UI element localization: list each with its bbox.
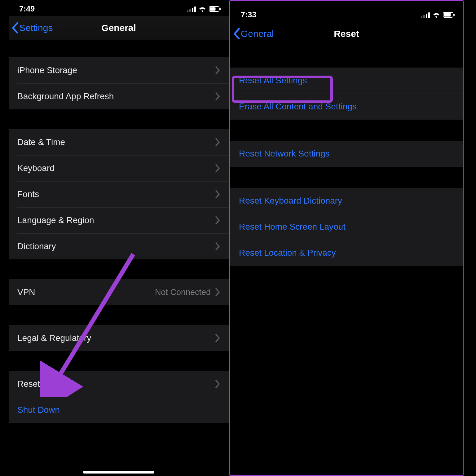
battery-icon [443,12,455,18]
battery-icon [209,6,221,12]
row-label: Background App Refresh [17,91,114,101]
settings-group: iPhone StorageBackground App Refresh [9,57,229,109]
row-label: Dictionary [17,241,56,251]
row-reset-home-screen-layout[interactable]: Reset Home Screen Layout [230,214,463,240]
svg-rect-4 [453,14,455,16]
settings-group: Reset Network Settings [230,141,463,167]
cellular-icon [421,12,430,18]
row-label: iPhone Storage [17,65,77,75]
chevron-right-icon [215,138,220,146]
row-dictionary[interactable]: Dictionary [9,233,229,259]
status-bar: 7:49 [9,0,229,16]
row-reset[interactable]: Reset [9,371,229,397]
cellular-icon [187,6,196,12]
row-label: Reset Keyboard Dictionary [239,196,342,206]
chevron-right-icon [215,334,220,342]
back-button[interactable]: Settings [12,22,53,33]
row-date-time[interactable]: Date & Time [9,129,229,155]
settings-group: Reset Keyboard DictionaryReset Home Scre… [230,188,463,266]
row-reset-all-settings[interactable]: Reset All Settings [230,68,463,94]
row-label: Reset [17,379,40,389]
settings-group: Reset All SettingsErase All Content and … [230,68,463,120]
status-time: 7:49 [19,4,35,13]
row-keyboard[interactable]: Keyboard [9,155,229,181]
settings-group: VPNNot Connected [9,279,229,305]
nav-bar: Settings General [9,16,229,40]
chevron-right-icon [215,288,220,296]
row-shut-down[interactable]: Shut Down [9,397,229,423]
row-iphone-storage[interactable]: iPhone Storage [9,57,229,83]
row-reset-network-settings[interactable]: Reset Network Settings [230,141,463,167]
chevron-left-icon [12,22,19,33]
chevron-left-icon [233,28,240,39]
row-label: VPN [17,287,35,297]
row-label: Reset Home Screen Layout [239,222,346,232]
row-erase-all-content-and-settings[interactable]: Erase All Content and Settings [230,94,463,120]
right-screenshot: 7:33 General [229,0,464,476]
row-value: Not Connected [155,288,211,297]
row-label: Shut Down [17,405,60,415]
row-reset-keyboard-dictionary[interactable]: Reset Keyboard Dictionary [230,188,463,214]
settings-group: Date & TimeKeyboardFontsLanguage & Regio… [9,129,229,259]
svg-rect-1 [219,8,221,10]
row-label: Reset Network Settings [239,149,330,159]
row-language-region[interactable]: Language & Region [9,207,229,233]
status-bar: 7:33 [230,1,463,22]
chevron-right-icon [215,92,220,100]
left-screenshot: 7:49 Settings General iPhone S [9,0,229,476]
status-icons [187,6,221,12]
row-label: Legal & Regulatory [17,333,91,343]
chevron-right-icon [215,190,220,198]
back-label: Settings [19,23,53,33]
chevron-right-icon [215,164,220,172]
row-legal-regulatory[interactable]: Legal & Regulatory [9,325,229,351]
row-label: Reset All Settings [239,76,307,86]
row-fonts[interactable]: Fonts [9,181,229,207]
row-reset-location-privacy[interactable]: Reset Location & Privacy [230,240,463,266]
svg-rect-2 [210,7,216,11]
row-label: Keyboard [17,163,55,173]
row-background-app-refresh[interactable]: Background App Refresh [9,83,229,109]
row-vpn[interactable]: VPNNot Connected [9,279,229,305]
back-label: General [241,29,274,39]
back-button[interactable]: General [233,28,274,39]
chevron-right-icon [215,242,220,250]
row-label: Date & Time [17,137,65,147]
row-label: Fonts [17,189,39,199]
svg-rect-5 [444,13,451,16]
row-label: Language & Region [17,215,94,225]
settings-group: ResetShut Down [9,371,229,423]
chevron-right-icon [215,66,220,74]
row-label: Erase All Content and Settings [239,102,357,112]
row-label: Reset Location & Privacy [239,248,336,258]
status-icons [421,12,455,18]
nav-bar: General Reset [230,22,463,46]
status-time: 7:33 [241,10,256,19]
wifi-icon [198,6,206,12]
wifi-icon [432,12,440,18]
home-indicator [83,471,154,474]
chevron-right-icon [215,380,220,388]
settings-group: Legal & Regulatory [9,325,229,351]
chevron-right-icon [215,216,220,224]
